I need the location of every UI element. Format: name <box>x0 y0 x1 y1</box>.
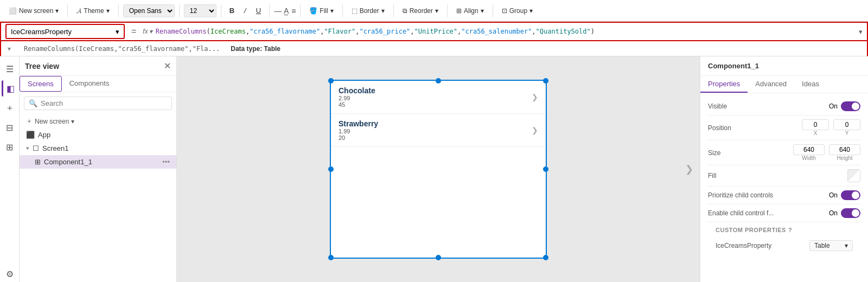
component-icon: ⊞ <box>35 158 41 166</box>
prop-prioritize-toggle: On <box>829 190 860 200</box>
right-properties-panel: Visible On Position X Y <box>700 93 868 282</box>
border-label: Border <box>360 7 379 15</box>
tab-components[interactable]: Components <box>62 76 117 92</box>
tab-ideas[interactable]: Ideas <box>794 76 827 93</box>
list-item-chocolate[interactable]: Chocolate 2.99 45 ❯ <box>331 81 546 114</box>
coord-x-input[interactable] <box>802 119 829 130</box>
divider-3 <box>179 4 180 17</box>
custom-prop-icecreams-value[interactable]: Table ▾ <box>809 240 853 251</box>
data-icon[interactable]: ⊟ <box>2 119 18 136</box>
item-quantity-chocolate: 45 <box>339 101 375 108</box>
custom-prop-icecreams-label: IceCreamsProperty <box>716 242 805 249</box>
new-screen-tree-chevron: ▾ <box>71 118 74 125</box>
fill-label: Fill <box>320 7 328 15</box>
size-height-input[interactable] <box>829 144 860 155</box>
visible-toggle-switch[interactable] <box>841 101 860 111</box>
group-chevron: ▾ <box>529 7 533 15</box>
tree-item-app[interactable]: ⬛ App <box>20 128 176 142</box>
handle-middle-left[interactable] <box>328 166 334 172</box>
tab-properties[interactable]: Properties <box>700 76 748 93</box>
tree-item-screen1[interactable]: ▾ ☐ Screen1 <box>20 142 176 155</box>
handle-middle-right[interactable] <box>543 166 548 172</box>
layers-icon[interactable]: ◧ <box>2 80 18 97</box>
fx-label: fx <box>143 28 148 35</box>
handle-bottom-left[interactable] <box>328 255 334 260</box>
new-screen-button[interactable]: ⬜ New screen ▾ <box>4 5 63 17</box>
handle-top-right[interactable] <box>543 78 548 84</box>
text-align-icon[interactable]: ≡ <box>291 7 296 15</box>
custom-properties-header: CUSTOM PROPERTIES ? <box>708 222 860 238</box>
theme-chevron: ▾ <box>106 7 110 15</box>
handle-bottom-right[interactable] <box>543 255 548 260</box>
align-button[interactable]: ⊞ Align ▾ <box>452 5 488 17</box>
divider-5 <box>269 4 270 17</box>
fx-button[interactable]: fx ▾ <box>143 28 152 35</box>
tab-screens[interactable]: Screens <box>20 76 62 92</box>
tree-item-component1-1[interactable]: ⊞ Component1_1 ••• <box>20 155 176 169</box>
reorder-chevron: ▾ <box>435 7 438 15</box>
handle-top-left[interactable] <box>328 78 334 84</box>
border-button[interactable]: ⬚ Border ▾ <box>347 5 389 17</box>
prioritize-toggle-switch[interactable] <box>841 190 860 200</box>
prop-visible-on-label: On <box>829 102 838 110</box>
property-selector[interactable]: IceCreamsProperty ▾ <box>5 24 125 39</box>
reorder-icon: ⧉ <box>403 7 407 15</box>
size-width-label: Width <box>802 155 816 161</box>
item-options-dots[interactable]: ••• <box>162 158 170 166</box>
list-item-strawberry[interactable]: Strawberry 1.99 20 ❯ <box>331 114 546 147</box>
italic-button[interactable]: / <box>240 5 250 16</box>
tree-tabs: Screens Components <box>20 76 176 92</box>
strikethrough-icon[interactable]: — <box>274 7 282 15</box>
font-size-selector[interactable]: 12 <box>184 4 216 17</box>
tree-search-container: 🔍 <box>24 97 172 110</box>
divider-9 <box>447 4 448 17</box>
screen-icon: ☐ <box>33 144 39 152</box>
coord-y-label: Y <box>845 130 849 136</box>
search-input[interactable] <box>41 99 167 107</box>
tab-advanced[interactable]: Advanced <box>748 76 794 93</box>
plus-icon[interactable]: ＋ <box>2 100 18 116</box>
align-chevron: ▾ <box>481 7 484 15</box>
handle-bottom-center[interactable] <box>436 255 441 260</box>
fx-chevron: ▾ <box>149 28 152 35</box>
variables-icon[interactable]: ⚙ <box>2 266 18 282</box>
size-width-input[interactable] <box>793 144 825 155</box>
enable-child-toggle-switch[interactable] <box>841 208 860 218</box>
underline-button[interactable]: U <box>252 5 265 16</box>
formula-bar-chevron[interactable]: ▾ <box>859 28 863 36</box>
hamburger-icon[interactable]: ☰ <box>2 61 18 77</box>
tree-title: Tree view <box>25 62 59 70</box>
fill-color-picker[interactable] <box>847 169 860 182</box>
size-height-label: Height <box>837 155 853 161</box>
item-name-chocolate: Chocolate <box>339 86 375 95</box>
divider-6 <box>300 4 301 17</box>
prop-visible: Visible On <box>708 98 860 116</box>
equals-sign: = <box>131 27 136 36</box>
new-screen-label: New screen <box>19 7 53 15</box>
divider-4 <box>221 4 221 17</box>
new-screen-tree-button[interactable]: ＋ New screen ▾ <box>20 114 176 128</box>
item-price-strawberry: 1.99 <box>339 128 378 134</box>
theme-button[interactable]: 𝓐 Theme ▾ <box>72 5 113 17</box>
prop-prioritize-on-label: On <box>829 191 838 199</box>
font-color-icon[interactable]: A̲ <box>284 7 289 15</box>
prop-visible-toggle: On <box>829 101 860 111</box>
coord-y-input[interactable] <box>833 119 860 130</box>
components-icon[interactable]: ⊞ <box>2 139 18 155</box>
group-button[interactable]: ⊡ Group ▾ <box>497 5 537 17</box>
component-canvas[interactable]: Chocolate 2.99 45 ❯ Strawberry 1.99 20 ❯ <box>330 80 547 259</box>
bold-button[interactable]: B <box>226 5 238 16</box>
group-label: Group <box>509 7 527 15</box>
prop-prioritize: Prioritize child controls On <box>708 187 860 204</box>
reorder-button[interactable]: ⧉ Reorder ▾ <box>398 5 443 17</box>
tree-close-button[interactable]: ✕ <box>164 61 171 71</box>
fill-icon: 🪣 <box>309 7 317 15</box>
reorder-label: Reorder <box>410 7 433 15</box>
group-icon: ⊡ <box>502 7 507 15</box>
font-selector[interactable]: Open Sans <box>123 4 175 17</box>
fill-button[interactable]: 🪣 Fill ▾ <box>305 5 337 17</box>
handle-top-center[interactable] <box>436 78 441 84</box>
canvas-right-arrow[interactable]: ❯ <box>683 161 695 177</box>
custom-properties-help-icon[interactable]: ? <box>788 227 792 233</box>
divider-8 <box>393 4 394 17</box>
